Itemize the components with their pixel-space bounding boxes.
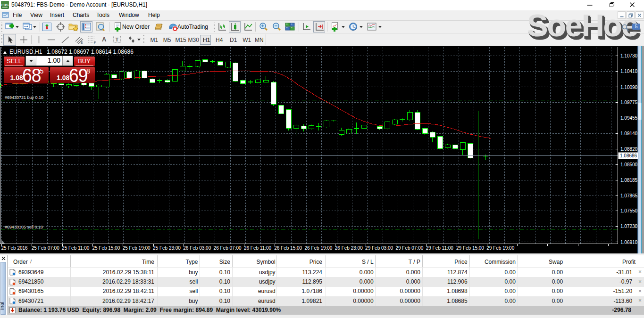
- svg-text:29 Feb 15:00: 29 Feb 15:00: [456, 245, 484, 251]
- svg-text:FBS: FBS: [1, 3, 8, 7]
- svg-text:1.06910: 1.06910: [620, 240, 638, 245]
- svg-text:26 Feb 11:00: 26 Feb 11:00: [244, 245, 272, 251]
- svg-text:1.08185: 1.08185: [620, 178, 638, 183]
- svg-text:1.07230: 1.07230: [620, 224, 638, 229]
- svg-text:1.08500: 1.08500: [620, 162, 638, 167]
- svg-text:#69430721 buy 0.10: #69430721 buy 0.10: [5, 95, 43, 100]
- svg-text:1.10730: 1.10730: [620, 53, 638, 58]
- svg-text:1.07865: 1.07865: [620, 193, 638, 198]
- svg-text:EURUSD,H1 1.08672 1.08697 1.: EURUSD,H1 1.08672 1.08697 1.08614 1.0868…: [9, 49, 134, 55]
- svg-text:29 Feb 07:00: 29 Feb 07:00: [395, 245, 423, 251]
- svg-text:29 Feb 03:00: 29 Feb 03:00: [365, 245, 393, 251]
- svg-text:26 Feb 23:00: 26 Feb 23:00: [335, 245, 363, 251]
- svg-text:26 Feb 07:00: 26 Feb 07:00: [214, 245, 242, 251]
- svg-text:25 Feb 11:00: 25 Feb 11:00: [62, 245, 90, 251]
- svg-text:29 Feb 19:00: 29 Feb 19:00: [486, 245, 514, 251]
- svg-text:E: E: [81, 41, 83, 44]
- svg-text:25 Feb 2016: 25 Feb 2016: [1, 245, 28, 251]
- svg-text:26 Feb 15:00: 26 Feb 15:00: [274, 245, 302, 251]
- svg-text:25 Feb 19:00: 25 Feb 19:00: [123, 245, 151, 251]
- svg-text:1.07550: 1.07550: [620, 208, 638, 213]
- svg-text:1.09775: 1.09775: [620, 100, 638, 105]
- svg-text:1.09455: 1.09455: [620, 115, 638, 121]
- svg-text:1.10090: 1.10090: [620, 85, 638, 90]
- svg-text:1.09140: 1.09140: [620, 131, 638, 136]
- svg-text:F: F: [94, 41, 96, 44]
- svg-text:1.08820: 1.08820: [620, 147, 638, 152]
- svg-text:25 Feb 23:00: 25 Feb 23:00: [153, 245, 181, 251]
- svg-text:26 Feb 19:00: 26 Feb 19:00: [305, 245, 333, 251]
- svg-text:#69430165 sell 0.10: #69430165 sell 0.10: [5, 225, 43, 229]
- svg-text:1.08686: 1.08686: [620, 153, 637, 158]
- svg-text:1.10410: 1.10410: [620, 69, 638, 74]
- svg-text:26 Feb 03:00: 26 Feb 03:00: [183, 245, 211, 251]
- svg-text:25 Feb 07:00: 25 Feb 07:00: [32, 245, 59, 251]
- svg-text:T: T: [116, 37, 119, 42]
- svg-text:25 Feb 15:00: 25 Feb 15:00: [92, 245, 120, 251]
- svg-text:29 Feb 11:00: 29 Feb 11:00: [426, 245, 454, 251]
